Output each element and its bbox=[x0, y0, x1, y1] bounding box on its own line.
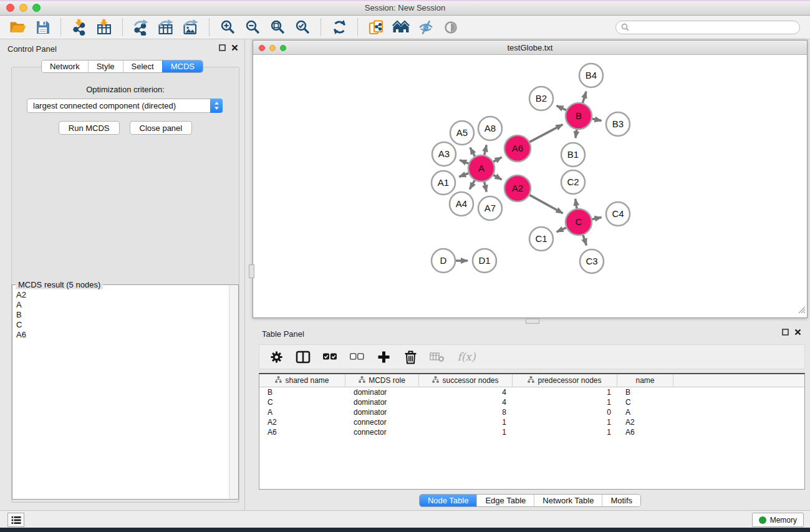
export-table-button[interactable] bbox=[153, 17, 178, 37]
table-cell[interactable]: 1 bbox=[513, 398, 617, 407]
run-mcds-button[interactable]: Run MCDS bbox=[59, 121, 120, 135]
criterion-dropdown[interactable]: largest connected component (directed) bbox=[27, 99, 223, 113]
graph-edge-A-A4[interactable] bbox=[470, 180, 475, 189]
zoom-out-button[interactable] bbox=[240, 17, 265, 37]
result-item[interactable]: A2 bbox=[16, 290, 228, 300]
table-cell[interactable]: A6 bbox=[617, 428, 673, 437]
graph-node-A[interactable]: A bbox=[468, 155, 494, 181]
table-cell[interactable]: 1 bbox=[419, 428, 513, 437]
graph-node-C4[interactable]: C4 bbox=[606, 202, 630, 226]
tab-style[interactable]: Style bbox=[88, 60, 123, 72]
table-cell[interactable]: A2 bbox=[617, 418, 673, 427]
table-cell[interactable]: 1 bbox=[419, 418, 513, 427]
table-cell[interactable]: A bbox=[259, 408, 345, 417]
column-header-successor-nodes[interactable]: successor nodes bbox=[419, 374, 513, 387]
graph-node-A8[interactable]: A8 bbox=[478, 117, 502, 140]
delete-column-button[interactable] bbox=[402, 348, 418, 365]
export-image-button[interactable] bbox=[178, 17, 203, 37]
tab-edge-table[interactable]: Edge Table bbox=[476, 495, 534, 506]
graph-edge-A2-C[interactable] bbox=[529, 195, 562, 213]
graph-node-D1[interactable]: D1 bbox=[473, 249, 496, 273]
table-cell[interactable]: A6 bbox=[259, 428, 345, 437]
result-item[interactable]: A6 bbox=[16, 330, 228, 340]
graph-edge-A-A7[interactable] bbox=[485, 181, 487, 191]
graph-edge-C-C4[interactable] bbox=[592, 217, 602, 219]
table-cell[interactable]: 1 bbox=[513, 428, 617, 437]
table-cell[interactable]: B bbox=[617, 388, 673, 397]
search-input[interactable] bbox=[632, 22, 794, 32]
graph-node-A5[interactable]: A5 bbox=[450, 121, 474, 145]
graph-node-B[interactable]: B bbox=[566, 103, 592, 129]
import-network-button[interactable] bbox=[67, 17, 92, 37]
table-cell[interactable]: 0 bbox=[513, 408, 617, 417]
table-cell[interactable]: A2 bbox=[259, 418, 345, 427]
table-row[interactable]: Bdominator41B bbox=[259, 387, 804, 397]
table-cell[interactable]: connector bbox=[345, 418, 419, 427]
graph-node-C3[interactable]: C3 bbox=[580, 249, 604, 273]
table-cell[interactable]: 4 bbox=[419, 398, 513, 407]
graph-node-A4[interactable]: A4 bbox=[450, 192, 473, 216]
graph-node-A1[interactable]: A1 bbox=[432, 171, 455, 195]
duplicate-network-button[interactable] bbox=[364, 17, 388, 37]
table-cell[interactable]: dominator bbox=[345, 408, 419, 417]
tab-mcds[interactable]: MCDS bbox=[162, 60, 203, 72]
zoom-selected-button[interactable] bbox=[290, 17, 315, 37]
graph-node-A7[interactable]: A7 bbox=[478, 196, 502, 220]
deselect-all-rows-button[interactable] bbox=[349, 348, 365, 365]
import-table-button[interactable] bbox=[92, 17, 117, 37]
zoom-fit-button[interactable] bbox=[265, 17, 290, 37]
home-layout-button[interactable] bbox=[388, 17, 413, 37]
close-panel-icon[interactable] bbox=[794, 329, 801, 336]
network-canvas[interactable]: B4B2BB3A8A5A6A3B1AA1C2A2A4A7C4CC1C3DD1 bbox=[253, 55, 807, 317]
memory-button[interactable]: Memory bbox=[752, 513, 804, 527]
table-cell[interactable]: connector bbox=[345, 428, 419, 437]
network-window-titlebar[interactable]: testGlobe.txt bbox=[253, 41, 807, 55]
graph-edge-C-C1[interactable] bbox=[557, 228, 566, 232]
graph-node-C[interactable]: C bbox=[566, 209, 592, 235]
graph-edge-C-C3[interactable] bbox=[583, 235, 587, 246]
graph-node-B3[interactable]: B3 bbox=[606, 112, 630, 136]
show-graphics-details-button[interactable] bbox=[438, 17, 463, 37]
table-cell[interactable]: dominator bbox=[345, 398, 419, 407]
close-panel-button[interactable]: Close panel bbox=[130, 121, 193, 135]
table-cell[interactable]: C bbox=[617, 398, 673, 407]
graph-edge-A-A3[interactable] bbox=[460, 160, 468, 163]
column-header-shared-name[interactable]: shared name bbox=[259, 374, 345, 387]
column-header-MCDS-role[interactable]: MCDS role bbox=[345, 374, 419, 387]
column-header-predecessor-nodes[interactable]: predecessor nodes bbox=[513, 374, 617, 387]
table-row[interactable]: Adominator80A bbox=[259, 407, 804, 417]
graph-edge-A6-B[interactable] bbox=[529, 125, 562, 142]
graph-edge-B-B2[interactable] bbox=[556, 105, 566, 110]
graph-edge-A-A1[interactable] bbox=[459, 173, 468, 177]
resize-grip-icon[interactable] bbox=[797, 305, 806, 316]
graph-node-B4[interactable]: B4 bbox=[579, 64, 603, 87]
function-builder-button[interactable]: f(x) bbox=[456, 348, 477, 365]
result-scrollbar[interactable] bbox=[229, 285, 238, 499]
graph-edge-A-A8[interactable] bbox=[485, 145, 487, 155]
graph-edge-A-A2[interactable] bbox=[493, 175, 501, 180]
tab-network-table[interactable]: Network Table bbox=[534, 495, 602, 506]
graph-edge-A-A5[interactable] bbox=[470, 148, 475, 157]
vertical-splitter-handle[interactable] bbox=[249, 264, 254, 278]
table-settings-button[interactable] bbox=[268, 348, 284, 365]
horizontal-splitter-handle[interactable] bbox=[526, 319, 539, 324]
tab-select[interactable]: Select bbox=[123, 60, 162, 72]
float-panel-icon[interactable] bbox=[782, 329, 789, 336]
table-cell[interactable]: 8 bbox=[419, 408, 513, 417]
result-item[interactable]: A bbox=[16, 300, 228, 310]
float-panel-icon[interactable] bbox=[219, 44, 226, 51]
table-row[interactable]: A2connector11A2 bbox=[259, 417, 804, 427]
hide-graphics-details-button[interactable] bbox=[413, 17, 438, 37]
network-minimize-button[interactable] bbox=[269, 45, 276, 51]
result-item[interactable]: C bbox=[16, 320, 228, 330]
graph-edge-B-B3[interactable] bbox=[592, 118, 602, 120]
delete-table-button[interactable] bbox=[429, 348, 445, 365]
tab-motifs[interactable]: Motifs bbox=[602, 495, 640, 506]
table-row[interactable]: Cdominator41C bbox=[259, 397, 804, 407]
network-graph[interactable]: B4B2BB3A8A5A6A3B1AA1C2A2A4A7C4CC1C3DD1 bbox=[253, 55, 807, 317]
graph-edge-A-A6[interactable] bbox=[493, 157, 501, 162]
table-cell[interactable]: C bbox=[259, 398, 345, 407]
column-header-name[interactable]: name bbox=[617, 374, 673, 387]
refresh-layout-button[interactable] bbox=[327, 17, 352, 37]
network-close-button[interactable] bbox=[259, 45, 265, 51]
